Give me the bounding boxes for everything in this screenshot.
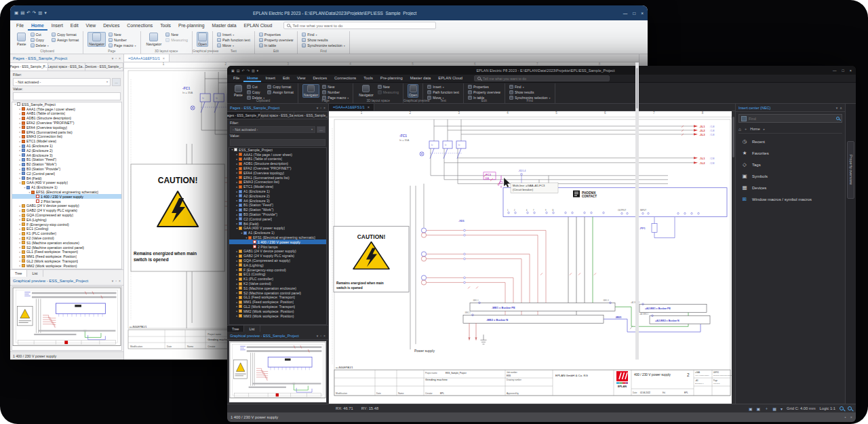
redo-icon[interactable] [247, 69, 250, 73]
tree-item[interactable]: S2 (Machine operation control panel) [229, 290, 326, 295]
tree-item[interactable]: EPA1 (Summarized parts list) [229, 175, 326, 180]
3d-navigator-button[interactable]: Navigator [357, 84, 374, 98]
text-insert-button[interactable]: Insert▾ [427, 85, 459, 89]
tree-item[interactable]: EA (Lighting) [12, 217, 121, 222]
measuring-button[interactable]: Measuring [378, 90, 399, 94]
tree-item[interactable]: GQA (Compressed air supply) [229, 258, 326, 263]
page-navigator-button[interactable]: Navigator [302, 84, 319, 98]
tree-item[interactable]: C2 (Control panel) [12, 171, 121, 176]
tree-item[interactable]: GAA (400 V power supply) [229, 226, 326, 231]
navigator-tab[interactable]: Pages - ESS_Sample_P... [10, 63, 48, 71]
tell-me-search-input[interactable] [483, 77, 606, 81]
paste-button[interactable]: Paste [16, 32, 28, 47]
3d-new-button[interactable]: New [165, 33, 188, 37]
tree-item[interactable]: A1 (Enclosure 1) [229, 189, 326, 194]
tell-me-search[interactable] [474, 75, 610, 81]
properties-button[interactable]: Properties [468, 85, 500, 89]
ribbon-tab[interactable]: Insert [48, 21, 66, 31]
tree-item[interactable]: EFA4 (Overview topology) [229, 170, 326, 175]
tree-item[interactable]: A4 (Enclosure 3) [12, 153, 121, 157]
tree-item[interactable]: GL1 (Feed workpiece: Transport) [12, 250, 121, 254]
ribbon-tab[interactable]: View [83, 21, 100, 31]
panel-menu-icon[interactable] [836, 106, 838, 110]
ribbon-tab[interactable]: Insert [262, 75, 279, 82]
show-results-button[interactable]: Show results [509, 90, 551, 94]
tree-item[interactable]: AAB1 (Table of contents) [12, 111, 121, 116]
tree-item[interactable]: B4 (Field) [229, 221, 326, 226]
tree-item[interactable]: ADB1 (Structure description) [12, 116, 121, 121]
snap-icon[interactable] [749, 406, 753, 411]
grid-plus-icon[interactable] [764, 406, 768, 412]
ribbon-tab[interactable]: View [294, 75, 309, 82]
copy-button[interactable]: Copy [31, 38, 49, 42]
navigator-tab[interactable]: Layout space - ESS_Sa... [261, 112, 295, 119]
ribbon-tab[interactable]: File [13, 21, 27, 31]
tree-item[interactable]: F (Emergency-stop control) [12, 222, 121, 227]
editor-tab[interactable]: =GAA+A1&EFS1/1× [124, 54, 170, 62]
page-new-button[interactable]: New [108, 33, 136, 37]
insert-center-item[interactable]: Devices [736, 182, 845, 193]
ribbon-tab[interactable]: Home [28, 21, 47, 31]
find-button[interactable]: Find▾ [509, 85, 551, 89]
page-navigator-button[interactable]: Navigator [87, 32, 106, 47]
assign-format-button[interactable]: Assign format [52, 38, 79, 42]
cut-button[interactable]: Cut [31, 33, 49, 37]
navigator-tab[interactable]: Devices - ESS_Sample_... [294, 112, 328, 119]
panel-menu-icon[interactable] [317, 106, 319, 110]
tree-item[interactable]: F (Emergency-stop control) [229, 267, 326, 272]
panel-pin-icon[interactable] [115, 56, 117, 60]
fc1-main-switch[interactable]: -FC1 In = 35A I> I> I> [399, 134, 466, 159]
tree-item[interactable]: 2 Pilot lamps [12, 199, 121, 204]
3d-new-button[interactable]: New [378, 85, 399, 89]
add-icon[interactable] [745, 127, 747, 131]
show-results-button[interactable]: Show results [302, 38, 345, 42]
page-number-button[interactable]: Number [108, 38, 136, 42]
tree-item[interactable]: A1 (Enclosure 1) [12, 144, 121, 149]
qat-icon[interactable] [252, 69, 255, 73]
tree-item[interactable]: EFA4 (Overview topology) [12, 125, 121, 130]
tab-close-icon[interactable]: × [163, 56, 165, 60]
ribbon-tab[interactable]: Master data [407, 75, 435, 82]
copy-format-button[interactable]: Copy format [52, 33, 79, 37]
tree-item[interactable]: B4 (Field) [12, 176, 121, 180]
ribbon-tab[interactable]: Edit [279, 75, 293, 82]
tree-item[interactable]: MM2 (Work workpiece: Position) [12, 263, 121, 268]
ribbon-tab[interactable]: Tools [157, 21, 174, 31]
panel-menu-icon[interactable] [317, 334, 319, 338]
grid-dropdown-icon[interactable] [781, 406, 783, 411]
editor-tab[interactable]: =GAA+A1&EFS1/1× [329, 104, 374, 111]
filter-more-button[interactable]: … [317, 126, 326, 133]
ribbon-tab[interactable]: Connections [331, 75, 359, 82]
tree-item[interactable]: AAA1 (Title page / cover sheet) [12, 107, 121, 111]
page-macro-button[interactable]: Page macro▾ [108, 43, 136, 47]
breadcrumb-home[interactable]: Home [750, 127, 760, 131]
quick-access-toolbar[interactable] [14, 10, 47, 16]
graphical-preview-canvas[interactable] [229, 341, 327, 403]
grid-icon[interactable] [772, 406, 776, 411]
tell-me-search[interactable] [283, 22, 436, 29]
insert-center-item[interactable]: Tags [736, 159, 845, 170]
qat-icon[interactable] [237, 69, 240, 73]
tree-item[interactable]: EFA2 (Overview "PROFINET") [12, 121, 121, 126]
properties-button[interactable]: Properties [259, 33, 293, 37]
property-overview-button[interactable]: Property overview [259, 38, 293, 42]
ribbon-tab[interactable]: Devices [100, 21, 123, 31]
navigator-tab[interactable]: Pages - ESS_Sample_P... [227, 112, 261, 119]
busbars[interactable]: -WE1 = Busbar PE -WE2 = Busbar N +A2-WE1… [463, 299, 710, 324]
tree-item[interactable]: 1 400 / 230 V power supply [12, 194, 121, 199]
filter-more-button[interactable]: … [112, 78, 121, 86]
move-button[interactable]: Move▾ [217, 43, 250, 47]
panel-menu-icon[interactable] [112, 56, 114, 60]
tree-item[interactable]: MM1 (Feed workpiece: Position) [229, 300, 326, 305]
tab-close-icon[interactable]: × [368, 105, 370, 109]
tree-item[interactable]: K2 (Valve control) [12, 236, 121, 241]
qat-icon[interactable] [20, 10, 24, 16]
tree-item[interactable]: ESS_Sample_Project [229, 148, 326, 153]
find-button[interactable]: Find▾ [302, 33, 345, 37]
qat-dropdown-icon[interactable] [44, 10, 46, 16]
tree-item[interactable]: GL2 (Work workpiece: Transport) [12, 259, 121, 264]
tree-item[interactable]: EMA3 (Connection list) [229, 180, 326, 185]
filter-value-input[interactable] [13, 92, 121, 100]
tree-item[interactable]: EFA2 (Overview "PROFINET") [229, 166, 326, 171]
insert-center-item[interactable]: Recent [736, 136, 845, 147]
